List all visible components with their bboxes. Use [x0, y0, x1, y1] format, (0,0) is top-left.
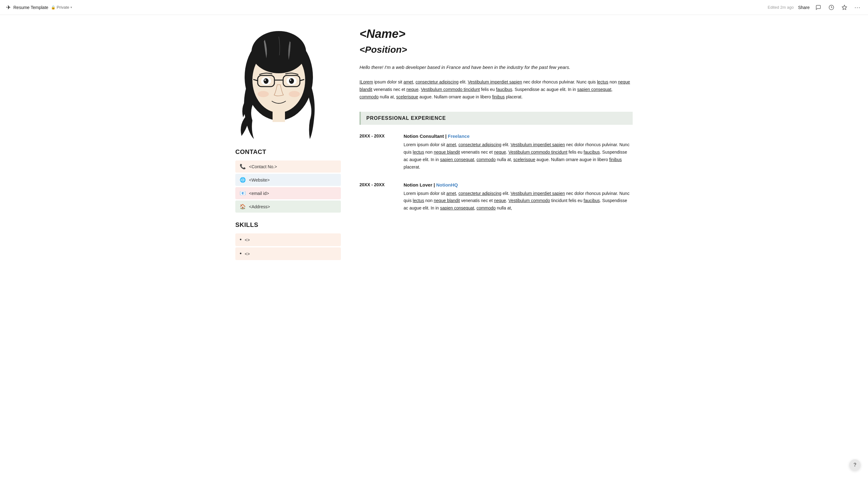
contact-address-label: <Address>	[249, 204, 270, 209]
bio-detail: ILorem ipsum dolor sit amet, consectetur…	[360, 78, 633, 101]
bio-detail-text: ILorem	[360, 79, 373, 85]
privacy-label: Private	[57, 5, 69, 10]
topbar: ✈ Resume Template 🔒 Private ▾ Edited 2m …	[0, 0, 868, 15]
topbar-left: ✈ Resume Template 🔒 Private ▾	[6, 4, 72, 11]
skill-label-1: <>	[245, 237, 250, 243]
globe-icon: 🌐	[240, 177, 246, 183]
contact-phone-label: <Contact No.>	[249, 164, 277, 169]
chevron-down-icon: ▾	[70, 6, 72, 9]
comment-button[interactable]	[814, 3, 823, 12]
privacy-selector[interactable]: 🔒 Private ▾	[51, 5, 72, 10]
exp-content-1: Notion Consultant | Freelance Lorem ipsu…	[404, 133, 633, 171]
contact-list: 📞 <Contact No.> 🌐 <Website> 📧 <email id>…	[235, 160, 341, 213]
contact-email-label: <email id>	[249, 191, 269, 196]
skill-label-2: <>	[245, 251, 250, 256]
exp-content-2: Notion Lover | NotionHQ Lorem ipsum dolo…	[404, 182, 633, 212]
svg-point-14	[290, 79, 291, 81]
resume-position[interactable]: <Position>	[360, 44, 633, 55]
exp-desc-2: Lorem ipsum dolor sit amet, consectetur …	[404, 190, 633, 212]
help-button[interactable]: ?	[849, 459, 861, 471]
exp-date-2: 20XX - 20XX	[360, 182, 394, 212]
skills-section: SKILLS • <> • <>	[235, 221, 341, 260]
resume-name[interactable]: <Name>	[360, 27, 633, 41]
more-button[interactable]: ···	[853, 3, 862, 12]
contact-heading: CONTACT	[235, 148, 341, 156]
contact-website[interactable]: 🌐 <Website>	[235, 174, 341, 186]
exp-title-text-1: Notion Consultant |	[404, 133, 448, 139]
svg-point-16	[289, 91, 300, 97]
skill-item-1[interactable]: • <>	[235, 233, 341, 246]
phone-icon: 📞	[240, 164, 246, 169]
avatar	[235, 27, 322, 142]
topbar-right: Edited 2m ago Share ···	[768, 3, 862, 12]
exp-title-2: Notion Lover | NotionHQ	[404, 182, 633, 188]
edited-timestamp: Edited 2m ago	[768, 5, 794, 10]
exp-title-1: Notion Consultant | Freelance	[404, 133, 633, 139]
contact-address[interactable]: 🏠 <Address>	[235, 200, 341, 213]
content-area: CONTACT 📞 <Contact No.> 🌐 <Website> 📧 <e…	[217, 15, 651, 478]
svg-point-10	[264, 78, 269, 84]
exp-title-text-2: Notion Lover |	[404, 182, 436, 188]
experience-entry-1: 20XX - 20XX Notion Consultant | Freelanc…	[360, 133, 633, 171]
page-wrapper: CONTACT 📞 <Contact No.> 🌐 <Website> 📧 <e…	[0, 15, 868, 478]
experience-entry-2: 20XX - 20XX Notion Lover | NotionHQ Lore…	[360, 182, 633, 212]
svg-point-11	[265, 79, 266, 81]
email-icon: 📧	[240, 190, 246, 196]
exp-date-1: 20XX - 20XX	[360, 133, 394, 171]
left-column: CONTACT 📞 <Contact No.> 🌐 <Website> 📧 <e…	[235, 27, 353, 466]
svg-point-15	[258, 91, 269, 97]
contact-website-label: <Website>	[249, 178, 270, 183]
contact-email[interactable]: 📧 <email id>	[235, 187, 341, 199]
right-column: <Name> <Position> Hello there! I'm a web…	[353, 27, 633, 466]
exp-title-link-1[interactable]: Freelance	[448, 133, 470, 139]
contact-phone[interactable]: 📞 <Contact No.>	[235, 160, 341, 172]
star-button[interactable]	[840, 3, 849, 12]
page-title: Resume Template	[13, 5, 49, 10]
svg-rect-17	[273, 109, 285, 122]
exp-desc-1: Lorem ipsum dolor sit amet, consectetur …	[404, 141, 633, 171]
bullet-icon-1: •	[240, 236, 242, 243]
bio-main: Hello there! I'm a web developer based i…	[360, 64, 633, 71]
svg-marker-1	[842, 5, 847, 9]
lock-icon: 🔒	[51, 5, 56, 10]
skills-heading: SKILLS	[235, 221, 341, 228]
experience-section-band: PROFESSIONAL EXPERIENCE	[360, 112, 633, 125]
experience-heading: PROFESSIONAL EXPERIENCE	[366, 116, 627, 121]
svg-point-13	[289, 78, 294, 84]
page-icon: ✈	[6, 4, 11, 11]
exp-title-link-2[interactable]: NotionHQ	[436, 182, 458, 188]
bullet-icon-2: •	[240, 251, 242, 257]
skill-item-2[interactable]: • <>	[235, 247, 341, 260]
share-button[interactable]: Share	[798, 5, 810, 10]
address-icon: 🏠	[240, 203, 246, 210]
history-button[interactable]	[827, 3, 836, 12]
